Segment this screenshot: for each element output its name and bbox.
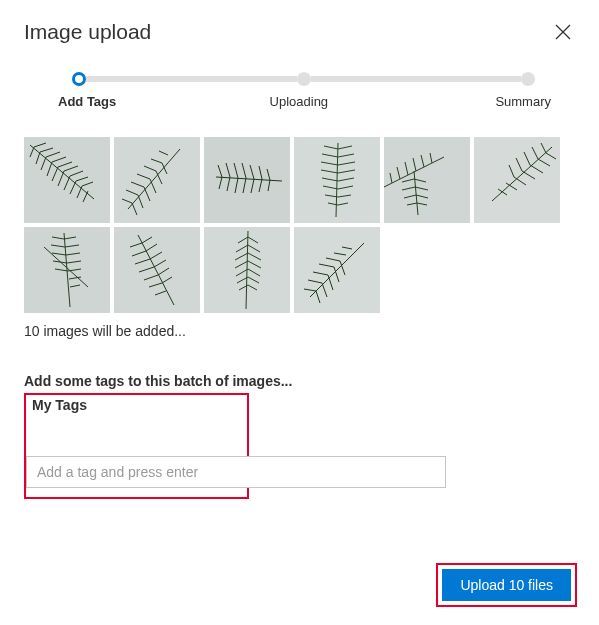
step-dot-summary xyxy=(521,72,535,86)
image-thumb[interactable] xyxy=(204,227,290,313)
image-thumb[interactable] xyxy=(114,137,200,223)
step-label: Uploading xyxy=(270,94,329,109)
image-thumb[interactable] xyxy=(294,137,380,223)
upload-highlight: Upload 10 files xyxy=(436,563,577,607)
step-line xyxy=(311,76,522,82)
my-tags-label: My Tags xyxy=(32,397,241,413)
add-status-text: 10 images will be added... xyxy=(24,323,575,339)
close-button[interactable] xyxy=(551,20,575,44)
image-thumb[interactable] xyxy=(114,227,200,313)
step-dot-add-tags xyxy=(72,72,86,86)
svg-rect-9 xyxy=(114,227,200,313)
step-labels: Add Tags Uploading Summary xyxy=(58,94,551,109)
image-thumb[interactable] xyxy=(24,137,110,223)
step-dot-uploading xyxy=(297,72,311,86)
step-label: Add Tags xyxy=(58,94,116,109)
dialog-title: Image upload xyxy=(24,20,151,44)
image-thumb[interactable] xyxy=(474,137,560,223)
image-thumb[interactable] xyxy=(204,137,290,223)
svg-rect-2 xyxy=(24,137,110,223)
svg-rect-4 xyxy=(204,137,290,223)
step-label: Summary xyxy=(495,94,551,109)
image-thumb[interactable] xyxy=(24,227,110,313)
tag-prompt: Add some tags to this batch of images... xyxy=(24,373,575,389)
svg-rect-3 xyxy=(114,137,200,223)
image-upload-dialog: Image upload Add Tags Uploading Summary xyxy=(0,0,599,519)
image-thumb[interactable] xyxy=(384,137,470,223)
progress-stepper xyxy=(72,72,535,86)
svg-rect-7 xyxy=(474,137,560,223)
close-icon xyxy=(555,24,571,40)
dialog-header: Image upload xyxy=(24,20,575,44)
thumbnail-grid xyxy=(24,137,575,313)
upload-button[interactable]: Upload 10 files xyxy=(442,569,571,601)
tag-input[interactable] xyxy=(26,456,446,488)
step-line xyxy=(86,76,297,82)
image-thumb[interactable] xyxy=(294,227,380,313)
